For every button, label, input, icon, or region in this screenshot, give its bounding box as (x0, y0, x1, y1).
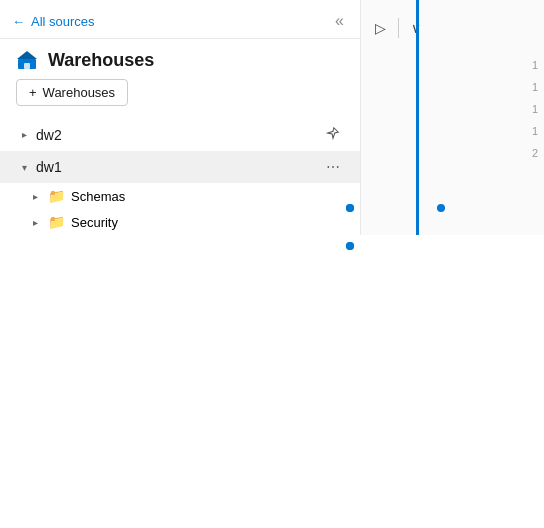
row-num-4: 1 (532, 120, 538, 142)
row-num-2: 1 (532, 76, 538, 98)
back-label: All sources (31, 14, 95, 29)
right-toolbar: ▷ ∨ (361, 0, 544, 56)
blue-dot-mr (346, 242, 354, 250)
blue-dot-tm (437, 204, 445, 212)
more-options-icon[interactable]: ⋯ (322, 157, 344, 177)
toolbar-divider (398, 18, 399, 38)
tree-item-dw1[interactable]: ▾ dw1 ⋯ (0, 151, 360, 183)
dw1-label: dw1 (36, 159, 322, 175)
row-numbers: 1 1 1 1 2 (526, 50, 544, 168)
back-button[interactable]: ← All sources (12, 14, 95, 29)
vertical-blue-line (416, 0, 419, 235)
svg-marker-1 (17, 51, 37, 59)
play-button[interactable]: ▷ (369, 16, 392, 40)
collapse-button[interactable]: « (335, 12, 344, 30)
add-warehouses-button[interactable]: + Warehouses (16, 79, 128, 106)
dw1-children: ▸ 📁 Schemas ▸ 📁 Security (0, 183, 360, 235)
play-icon: ▷ (375, 20, 386, 36)
warehouse-icon (16, 49, 38, 71)
right-panel: ▷ ∨ 1 1 1 1 2 (360, 0, 544, 235)
schemas-folder-icon: 📁 (48, 188, 65, 204)
tree-item-security[interactable]: ▸ 📁 Security (28, 209, 360, 235)
add-warehouses-label: Warehouses (43, 85, 116, 100)
security-folder-icon: 📁 (48, 214, 65, 230)
security-label: Security (71, 215, 118, 230)
row-num-3: 1 (532, 98, 538, 120)
blue-dot-tr (346, 204, 354, 212)
pin-icon[interactable] (322, 124, 344, 145)
row-num-1: 1 (532, 54, 538, 76)
security-chevron: ▸ (28, 217, 42, 228)
back-arrow-icon: ← (12, 14, 25, 29)
tree-item-schemas[interactable]: ▸ 📁 Schemas (28, 183, 360, 209)
chevron-right-icon: ▸ (16, 127, 32, 143)
row-num-5: 2 (532, 142, 538, 164)
tree-item-dw2[interactable]: ▸ dw2 (0, 118, 360, 151)
plus-icon: + (29, 85, 37, 100)
schemas-label: Schemas (71, 189, 125, 204)
dw2-label: dw2 (36, 127, 322, 143)
page-title: Warehouses (48, 50, 154, 71)
schemas-chevron: ▸ (28, 191, 42, 202)
header-bar: ← All sources « (0, 0, 360, 39)
title-row: Warehouses (0, 39, 360, 79)
svg-rect-2 (24, 63, 30, 69)
chevron-down-icon: ▾ (16, 159, 32, 175)
collapse-icon: « (335, 12, 344, 29)
